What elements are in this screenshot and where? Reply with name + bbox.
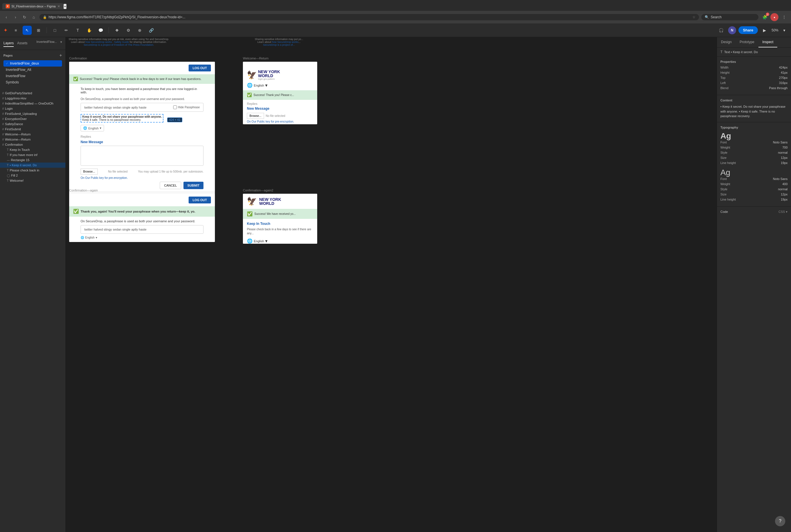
conf-again2-content: Keep In Touch Please check back in a few… <box>243 219 317 238</box>
blend-value: Pass through <box>769 86 788 90</box>
weight-value-1: 700 <box>783 146 788 149</box>
layer-get-dis-party[interactable]: # GetDisPartyStarted <box>0 91 65 96</box>
bird-icon: 🦅 <box>247 70 257 80</box>
refresh-button[interactable]: ↻ <box>21 14 28 21</box>
passphrase-text: twitter halved stingy sedan single aptly… <box>84 106 147 109</box>
bookmark-icon: ☆ <box>692 15 696 19</box>
layer-encryption[interactable]: # EncryptionOver <box>0 116 65 121</box>
design-tab[interactable]: Design <box>717 37 736 48</box>
language-selector[interactable]: 🌐 English ▾ <box>80 125 104 131</box>
page-item-symbols[interactable]: Symbols <box>3 79 62 86</box>
browser-tab[interactable]: F SI_FlowInversion-deux – Figma ✕ <box>2 3 63 10</box>
help-button[interactable]: ? <box>775 516 785 526</box>
share-button[interactable]: Share <box>738 26 758 34</box>
keep-it-secret-container: Keep it secret. Do not share your passph… <box>80 114 204 122</box>
log-out-button[interactable]: LOG OUT <box>189 64 211 72</box>
layer-welcome-return-1[interactable]: # Welcome—Return <box>0 132 65 137</box>
address-bar[interactable]: 🔒 https://www.figma.com/file/rHT1RE7zpNt… <box>39 14 699 20</box>
forward-button[interactable]: › <box>12 14 19 21</box>
weight-value-2: 400 <box>783 182 788 186</box>
submit-button[interactable]: SUBMIT <box>184 182 204 189</box>
layer-safety[interactable]: # SafetyDance <box>0 121 65 127</box>
search-bar[interactable]: 🔍 Search <box>701 14 758 20</box>
conf-again2-lang[interactable]: 🌐 English ▾ <box>243 238 317 244</box>
conf-again-label: Confirmation—again <box>69 189 98 192</box>
select-tool[interactable]: ↖ <box>23 26 32 35</box>
message-textarea[interactable] <box>80 146 204 166</box>
plugin-tool[interactable]: ⚙ <box>124 26 133 35</box>
cancel-button[interactable]: CANCEL <box>160 182 181 189</box>
new-tab-button[interactable]: + <box>63 4 67 9</box>
component-tool[interactable]: ❖ <box>112 26 121 35</box>
css-dropdown[interactable]: CSS ▾ <box>778 210 788 214</box>
hand-tool[interactable]: ✋ <box>84 26 94 35</box>
text-tool[interactable]: T <box>73 26 82 35</box>
browse-button[interactable]: Browse... <box>80 169 98 175</box>
play-button[interactable]: ▶ <box>760 26 769 35</box>
layer-welcome-return-2[interactable]: # Welcome—Return <box>0 137 65 142</box>
layer-keep-it-secret[interactable]: T • Keep it secret. Do <box>0 163 65 168</box>
constraints-tool[interactable]: ⊕ <box>135 26 144 35</box>
conf-body: To keep in touch, you have been assigned… <box>69 84 215 135</box>
extensions-button[interactable]: 🧩1 <box>761 13 769 21</box>
frame-tool[interactable]: ⊞ <box>34 26 43 35</box>
layer-if-you-have[interactable]: T If you have more inf <box>0 152 65 157</box>
keep-it-secret-selected: Keep it secret. Do not share your passph… <box>80 114 164 122</box>
profile-button[interactable]: ● <box>770 13 778 21</box>
layer-welcome[interactable]: T Welcome! <box>0 178 65 183</box>
confirmation-frame-label: Confirmation <box>69 57 87 60</box>
assets-tab[interactable]: Assets <box>17 40 27 47</box>
layer-keep-in-touch[interactable]: T Keep In Touch <box>0 147 65 152</box>
height-value: 41px <box>781 71 788 74</box>
layer-confirmation[interactable]: # Confirmation <box>0 142 65 147</box>
hide-passphrase-label[interactable]: Hide Passphrase <box>173 106 200 109</box>
left-value: 316px <box>779 81 788 84</box>
layer-login[interactable]: # Login <box>0 106 65 111</box>
layer-index[interactable]: # IndexMoarSimplified — OneDotOh <box>0 101 65 106</box>
layer-first-submit[interactable]: # FirstSubmit <box>0 127 65 132</box>
inspect-tab[interactable]: Inspect <box>758 37 777 48</box>
frame-icon-3: # <box>2 102 4 105</box>
layer-loggy[interactable]: # LoggyInno-Hov <box>0 96 65 101</box>
line-height-row-2: Line height 19px <box>720 198 788 201</box>
comment-tool[interactable]: 💬 <box>96 26 105 35</box>
back-button[interactable]: ‹ <box>3 14 10 21</box>
welcome-lang-selector[interactable]: 🌐 English ▾ <box>243 82 317 90</box>
layer-first-submit-uploading[interactable]: # FirstSubmit_Uploading <box>0 111 65 116</box>
passphrase-note: On SecureDrop, a passphrase is used as b… <box>80 97 204 100</box>
home-button[interactable]: ⌂ <box>30 14 37 21</box>
prototype-tab[interactable]: Prototype <box>736 37 758 48</box>
prototype-link[interactable]: 🔗 <box>147 26 156 35</box>
page-item-inverted[interactable]: InvertedFlow <box>3 73 62 79</box>
collapse-arrow[interactable]: ▾ <box>60 40 62 47</box>
conf-again-lang[interactable]: 🌐 English ▾ <box>80 236 204 239</box>
weight-row-1: Weight 700 <box>720 146 788 149</box>
layer-fill-2[interactable]: ◯ Fill 2 <box>0 173 65 178</box>
layer-rectangle-15[interactable]: — Rectangle 15 <box>0 157 65 163</box>
conf-again-logout[interactable]: LOG OUT <box>189 196 211 204</box>
pen-tool[interactable]: ✏ <box>62 26 71 35</box>
figma-logo: ✦ <box>3 27 8 34</box>
font-label-1: Font <box>720 140 727 144</box>
ag-preview-bold: Ag <box>720 131 788 140</box>
layer-please-check[interactable]: T Please check back in <box>0 168 65 173</box>
dropdown-arrow-icon: ▾ <box>100 126 101 130</box>
welcome-browse-button[interactable]: Browse... <box>247 113 264 119</box>
menu-button[interactable]: ≡ <box>11 26 20 35</box>
tab-close-button[interactable]: ✕ <box>57 4 60 8</box>
more-button[interactable]: ⋮ <box>780 13 788 21</box>
conf-again-passphrase: twitter halved stingy sedan single aptly… <box>80 225 204 234</box>
layers-tab[interactable]: Layers <box>3 40 14 47</box>
canvas-scroll[interactable]: Sharing sensitive information may put yo… <box>66 37 717 532</box>
zoom-dropdown[interactable]: ▾ <box>781 27 788 34</box>
hide-passphrase-checkbox[interactable] <box>173 106 177 109</box>
shape-tool[interactable]: □ <box>50 26 59 35</box>
add-page-button[interactable]: + <box>59 53 62 58</box>
style-label-2: Style <box>720 187 727 191</box>
headphone-icon[interactable]: 🎧 <box>717 26 726 35</box>
hide-passphrase-text: Hide Passphrase <box>178 106 200 109</box>
top-partial-frames: Sharing sensitive information may put yo… <box>69 37 406 54</box>
canvas[interactable]: Sharing sensitive information may put yo… <box>66 37 717 532</box>
page-item-inverted-alt[interactable]: InvertedFlow_Alt <box>3 66 62 73</box>
page-item-inverted-deux[interactable]: ✓ InvertedFlow_deux <box>3 60 62 66</box>
